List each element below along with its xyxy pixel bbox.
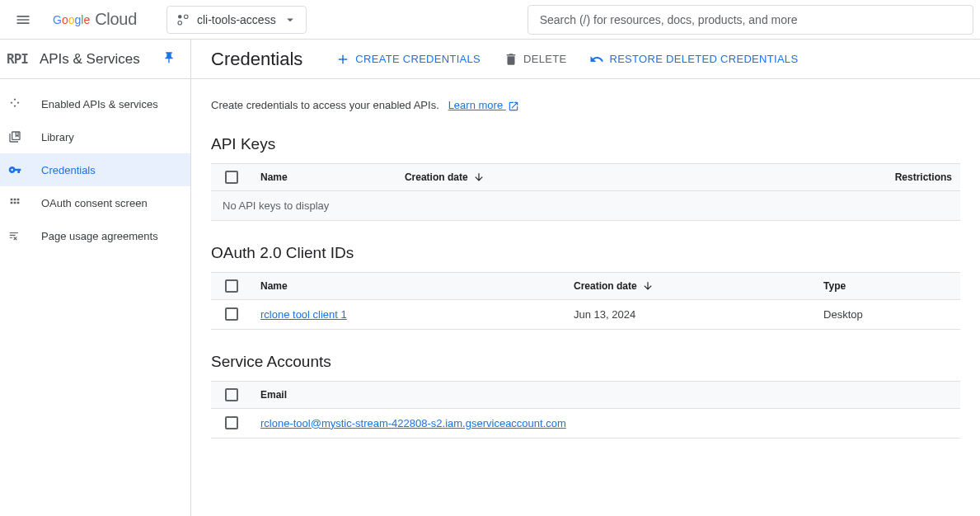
create-label: CREATE CREDENTIALS xyxy=(355,53,481,65)
col-name[interactable]: Name xyxy=(252,272,565,299)
nav-label: Credentials xyxy=(41,164,96,176)
oauth-client-link[interactable]: rclone tool client 1 xyxy=(260,308,347,321)
trash-icon xyxy=(504,52,518,67)
nav-label: Page usage agreements xyxy=(41,230,158,242)
sidebar-item-enabled-apis[interactable]: Enabled APIs & services xyxy=(0,87,190,120)
nav-label: OAuth consent screen xyxy=(41,197,148,209)
intro-text: Create credentials to access your enable… xyxy=(211,99,960,112)
section-api-keys: API Keys Name Creation date xyxy=(211,135,960,221)
table-row: rclone-tool@mystic-stream-422808-s2.iam.… xyxy=(211,408,960,438)
section-title-oauth: OAuth 2.0 Client IDs xyxy=(211,244,960,262)
undo-icon xyxy=(589,52,604,67)
google-cloud-logo[interactable]: Google Cloud xyxy=(46,10,143,29)
sidebar: RPI APIs & Services Enabled APIs & servi… xyxy=(0,40,191,516)
table-api-keys: Name Creation date Restrictions xyxy=(211,163,960,221)
table-service-accounts: Email rclone-tool@mystic-stream-422808-s… xyxy=(211,381,960,439)
consent-icon xyxy=(8,196,21,209)
dropdown-icon xyxy=(283,12,298,27)
section-title-api-keys: API Keys xyxy=(211,135,960,153)
diamond-icon xyxy=(8,97,21,110)
col-creation-date[interactable]: Creation date xyxy=(396,163,715,190)
row-checkbox[interactable] xyxy=(225,307,238,321)
sidebar-item-library[interactable]: Library xyxy=(0,120,190,153)
svg-point-0 xyxy=(178,15,182,19)
section-oauth-clients: OAuth 2.0 Client IDs Name Creation date xyxy=(211,244,960,330)
settings-lines-icon xyxy=(8,229,21,242)
content-body: Create credentials to access your enable… xyxy=(191,79,980,481)
project-icon xyxy=(176,12,190,27)
section-service-accounts: Service Accounts Email rclone-tool@mysti… xyxy=(211,353,960,439)
action-buttons: CREATE CREDENTIALS DELETE RESTORE DELETE… xyxy=(335,52,798,67)
google-logo-text: Google xyxy=(53,13,90,26)
project-selector[interactable]: cli-tools-access xyxy=(166,6,307,34)
sidebar-title: APIs & Services xyxy=(40,51,140,68)
sidebar-item-oauth-consent[interactable]: OAuth consent screen xyxy=(0,186,190,219)
sidebar-item-page-usage[interactable]: Page usage agreements xyxy=(0,219,190,252)
pin-icon xyxy=(162,51,176,64)
menu-icon xyxy=(15,12,31,28)
hamburger-menu-button[interactable] xyxy=(7,3,40,36)
nav-label: Enabled APIs & services xyxy=(41,98,158,110)
section-title-service-accounts: Service Accounts xyxy=(211,353,960,371)
search-input[interactable] xyxy=(528,5,973,35)
type-cell: Desktop xyxy=(815,299,960,329)
select-all-checkbox[interactable] xyxy=(225,279,238,293)
creation-date-cell: Jun 13, 2024 xyxy=(565,299,815,329)
sort-down-icon xyxy=(473,171,485,183)
external-link-icon xyxy=(508,101,519,112)
service-account-link[interactable]: rclone-tool@mystic-stream-422808-s2.iam.… xyxy=(260,417,566,429)
svg-point-1 xyxy=(184,15,188,19)
content: Credentials CREATE CREDENTIALS DELETE RE… xyxy=(191,40,980,516)
row-checkbox[interactable] xyxy=(225,416,238,429)
col-email[interactable]: Email xyxy=(252,381,960,408)
restore-button[interactable]: RESTORE DELETED CREDENTIALS xyxy=(589,52,798,67)
key-icon xyxy=(8,163,21,176)
sidebar-nav: Enabled APIs & services Library Credenti… xyxy=(0,79,190,252)
plus-icon xyxy=(335,52,350,67)
pin-button[interactable] xyxy=(162,51,176,67)
select-all-checkbox[interactable] xyxy=(225,171,238,184)
library-icon xyxy=(8,130,21,143)
sort-down-icon xyxy=(642,280,654,292)
create-credentials-button[interactable]: CREATE CREDENTIALS xyxy=(335,52,481,67)
select-all-checkbox[interactable] xyxy=(225,388,238,401)
search-box xyxy=(528,5,973,35)
table-oauth-clients: Name Creation date Type xyxy=(211,272,960,330)
restore-label: RESTORE DELETED CREDENTIALS xyxy=(609,53,798,65)
col-creation-date[interactable]: Creation date xyxy=(565,272,815,299)
cloud-text: Cloud xyxy=(95,10,137,29)
api-icon: RPI xyxy=(7,51,28,67)
table-row: rclone tool client 1 Jun 13, 2024 Deskto… xyxy=(211,299,960,329)
sidebar-item-credentials[interactable]: Credentials xyxy=(0,153,190,186)
svg-point-2 xyxy=(178,21,182,25)
delete-button[interactable]: DELETE xyxy=(504,52,566,67)
empty-row: No API keys to display xyxy=(211,190,960,220)
delete-label: DELETE xyxy=(523,53,566,65)
learn-more-link[interactable]: Learn more xyxy=(448,99,519,111)
content-header: Credentials CREATE CREDENTIALS DELETE RE… xyxy=(191,40,980,79)
sidebar-header: RPI APIs & Services xyxy=(0,40,190,79)
project-name: cli-tools-access xyxy=(197,13,276,26)
page-title: Credentials xyxy=(211,49,302,70)
col-name[interactable]: Name xyxy=(252,163,396,190)
col-restrictions[interactable]: Restrictions xyxy=(715,163,960,190)
topbar: Google Cloud cli-tools-access xyxy=(0,0,980,40)
nav-label: Library xyxy=(41,131,74,143)
col-type[interactable]: Type xyxy=(815,272,960,299)
